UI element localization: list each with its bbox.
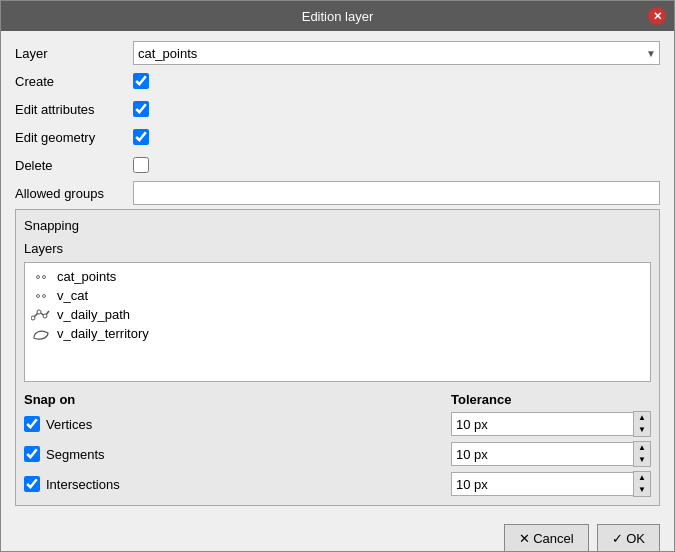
dialog-content: Layer cat_points ▼ Create Edit attribute…: [1, 31, 674, 516]
snapping-section: Snapping Layers cat_points v_cat: [15, 209, 660, 506]
ok-button[interactable]: ✓ OK: [597, 524, 660, 552]
territory-icon: [31, 327, 51, 341]
intersections-spin-down[interactable]: ▼: [634, 484, 650, 496]
vertices-tolerance-input[interactable]: [451, 412, 633, 436]
cancel-button[interactable]: ✕ Cancel: [504, 524, 589, 552]
edit-geometry-checkbox[interactable]: [133, 129, 149, 145]
intersections-tolerance-input[interactable]: [451, 472, 633, 496]
create-checkbox[interactable]: [133, 73, 149, 89]
list-item: v_daily_territory: [29, 324, 646, 343]
allowed-groups-input[interactable]: [133, 181, 660, 205]
delete-checkbox[interactable]: [133, 157, 149, 173]
path-icon: [31, 308, 51, 322]
snap-on-header: Snap on: [24, 392, 443, 407]
svg-point-2: [43, 314, 47, 318]
layer-item-name: v_cat: [57, 288, 88, 303]
layer-item-name: cat_points: [57, 269, 116, 284]
create-row: Create: [15, 69, 660, 93]
edition-layer-dialog: Edition layer ✕ Layer cat_points ▼ Creat…: [0, 0, 675, 552]
svg-point-0: [31, 316, 35, 320]
svg-point-1: [37, 310, 41, 314]
segments-spin-down[interactable]: ▼: [634, 454, 650, 466]
vertices-spin-down[interactable]: ▼: [634, 424, 650, 436]
layer-label: Layer: [15, 46, 125, 61]
title-bar: Edition layer ✕: [1, 1, 674, 31]
allowed-groups-label: Allowed groups: [15, 186, 125, 201]
dialog-footer: ✕ Cancel ✓ OK: [1, 516, 674, 552]
vertices-tolerance: ▲ ▼: [451, 411, 651, 437]
intersections-checkbox[interactable]: [24, 476, 40, 492]
layer-row: Layer cat_points ▼: [15, 41, 660, 65]
create-label: Create: [15, 74, 125, 89]
delete-row: Delete: [15, 153, 660, 177]
points-icon: [31, 270, 51, 284]
segments-spin-up[interactable]: ▲: [634, 442, 650, 454]
close-button[interactable]: ✕: [648, 7, 666, 25]
intersections-tolerance: ▲ ▼: [451, 471, 651, 497]
intersections-spin-up[interactable]: ▲: [634, 472, 650, 484]
list-item: v_cat: [29, 286, 646, 305]
layers-list: cat_points v_cat: [24, 262, 651, 382]
vertices-spin-up[interactable]: ▲: [634, 412, 650, 424]
segments-spin-buttons: ▲ ▼: [633, 441, 651, 467]
dialog-title: Edition layer: [27, 9, 648, 24]
segments-tolerance-input[interactable]: [451, 442, 633, 466]
vertices-spin-buttons: ▲ ▼: [633, 411, 651, 437]
edit-geometry-label: Edit geometry: [15, 130, 125, 145]
layer-item-name: v_daily_path: [57, 307, 130, 322]
edit-attributes-label: Edit attributes: [15, 102, 125, 117]
vertices-label: Vertices: [24, 416, 443, 432]
snap-header-row: Snap on Tolerance: [24, 392, 651, 407]
vertices-row: Vertices ▲ ▼: [24, 411, 651, 437]
list-item: v_daily_path: [29, 305, 646, 324]
snapping-title: Snapping: [24, 218, 651, 233]
edit-geometry-row: Edit geometry: [15, 125, 660, 149]
layer-select-wrapper: cat_points ▼: [133, 41, 660, 65]
edit-attributes-row: Edit attributes: [15, 97, 660, 121]
segments-row: Segments ▲ ▼: [24, 441, 651, 467]
intersections-label: Intersections: [24, 476, 443, 492]
intersections-spin-buttons: ▲ ▼: [633, 471, 651, 497]
allowed-groups-row: Allowed groups: [15, 181, 660, 205]
delete-label: Delete: [15, 158, 125, 173]
layers-list-title: Layers: [24, 241, 651, 256]
vertices-checkbox[interactable]: [24, 416, 40, 432]
edit-attributes-checkbox[interactable]: [133, 101, 149, 117]
list-item: cat_points: [29, 267, 646, 286]
segments-checkbox[interactable]: [24, 446, 40, 462]
segments-tolerance: ▲ ▼: [451, 441, 651, 467]
points-icon: [31, 289, 51, 303]
intersections-row: Intersections ▲ ▼: [24, 471, 651, 497]
layer-select[interactable]: cat_points: [133, 41, 660, 65]
segments-label: Segments: [24, 446, 443, 462]
tolerance-header: Tolerance: [451, 392, 651, 407]
layer-item-name: v_daily_territory: [57, 326, 149, 341]
